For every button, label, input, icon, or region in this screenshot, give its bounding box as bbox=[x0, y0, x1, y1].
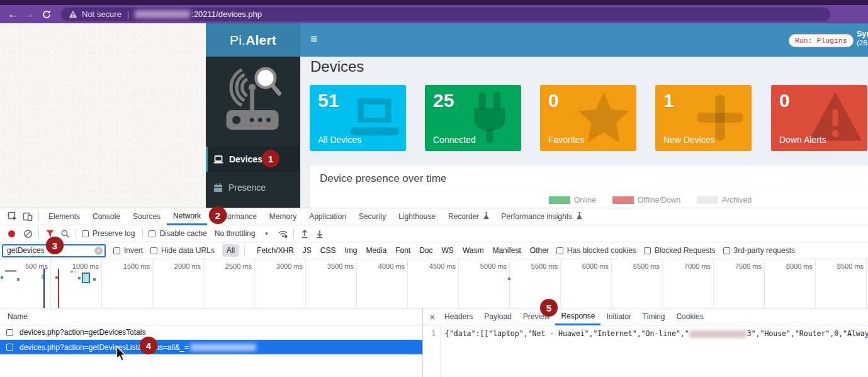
tab-timing[interactable]: Timing bbox=[637, 308, 671, 325]
preserve-log-checkbox[interactable] bbox=[82, 230, 89, 237]
filter-type-wasm[interactable]: Wasm bbox=[463, 246, 484, 255]
card-all-devices-value: 51 bbox=[318, 90, 406, 111]
page-background bbox=[0, 23, 206, 208]
run-plugins-button[interactable]: Run: Plugins bbox=[789, 34, 854, 47]
close-icon[interactable]: × bbox=[426, 312, 439, 322]
preserve-log-label: Preserve log bbox=[93, 229, 135, 238]
page-title: Devices bbox=[310, 58, 364, 76]
header-right-line2: (28, bbox=[857, 38, 868, 47]
tab-payload[interactable]: Payload bbox=[478, 308, 517, 325]
filter-type-font[interactable]: Font bbox=[395, 246, 410, 255]
filter-type-js[interactable]: JS bbox=[303, 246, 312, 255]
request-checkbox[interactable] bbox=[6, 344, 13, 351]
sidebar-item-devices[interactable]: Devices bbox=[206, 147, 300, 172]
filter-type-other[interactable]: Other bbox=[530, 246, 549, 255]
chevron-down-icon[interactable]: ▼ bbox=[264, 231, 269, 237]
card-down-alerts[interactable]: 0 Down Alerts bbox=[771, 85, 867, 151]
tab-performance-insights[interactable]: Performance insights bbox=[495, 208, 578, 225]
tab-memory[interactable]: Memory bbox=[263, 208, 303, 225]
card-new-devices-label: New Devices bbox=[663, 135, 715, 145]
network-conditions-icon[interactable] bbox=[275, 227, 290, 240]
annotation-step-5: 5 bbox=[540, 299, 558, 317]
card-all-devices-label: All Devices bbox=[318, 135, 361, 145]
disable-cache-checkbox[interactable] bbox=[149, 230, 155, 237]
request-row-get-devices-list[interactable]: devices.php?action=getDevicesList&status… bbox=[0, 340, 423, 354]
hide-data-urls-checkbox[interactable] bbox=[150, 247, 157, 254]
back-icon[interactable]: ← bbox=[5, 8, 21, 21]
response-body[interactable]: 1 {"data":[["laptop","Net - Huawei","Int… bbox=[424, 325, 868, 377]
laptop-icon bbox=[213, 155, 223, 164]
blocked-requests-control[interactable]: Blocked Requests bbox=[644, 246, 716, 255]
device-toolbar-icon[interactable] bbox=[20, 210, 35, 223]
legend-archived[interactable]: Archived bbox=[697, 196, 752, 205]
tab-recorder[interactable]: Recorder bbox=[442, 208, 485, 225]
clear-network-log-icon[interactable] bbox=[20, 227, 35, 240]
filter-type-ws[interactable]: WS bbox=[442, 246, 454, 255]
third-party-requests-control[interactable]: 3rd-party requests bbox=[723, 246, 795, 255]
tab-headers[interactable]: Headers bbox=[439, 308, 478, 325]
filter-type-css[interactable]: CSS bbox=[320, 246, 336, 255]
tab-network[interactable]: Network bbox=[167, 208, 207, 225]
filter-type-doc[interactable]: Doc bbox=[419, 246, 432, 255]
legend-online-swatch bbox=[549, 196, 570, 204]
timeline-tick: 3000 ms bbox=[255, 259, 306, 308]
filter-type-manifest[interactable]: Manifest bbox=[492, 246, 521, 255]
hamburger-menu-icon[interactable]: ≡ bbox=[310, 32, 317, 46]
tab-initiator[interactable]: Initiator bbox=[600, 308, 636, 325]
network-overview-timeline[interactable]: 500 ms 1000 ms 1500 ms 2000 ms 2500 ms 3… bbox=[0, 259, 868, 308]
requests-name-column-header[interactable]: Name bbox=[0, 308, 422, 325]
tab-lighthouse[interactable]: Lighthouse bbox=[392, 208, 442, 225]
request-row-get-devices-totals[interactable]: devices.php?action=getDevicesTotals bbox=[0, 325, 423, 340]
inspect-element-icon[interactable] bbox=[5, 210, 20, 223]
legend-online[interactable]: Online bbox=[549, 196, 596, 205]
tab-response[interactable]: Response bbox=[555, 308, 600, 325]
preserve-log-control[interactable]: Preserve log bbox=[82, 229, 135, 238]
third-party-requests-checkbox[interactable] bbox=[723, 247, 730, 254]
waterfall-request-dot bbox=[17, 278, 20, 281]
filter-type-media[interactable]: Media bbox=[366, 246, 386, 255]
timeline-tick: 7000 ms bbox=[663, 259, 714, 308]
blocked-requests-checkbox[interactable] bbox=[644, 247, 651, 254]
clear-filter-icon[interactable]: × bbox=[94, 247, 103, 255]
tab-sources[interactable]: Sources bbox=[127, 208, 167, 225]
card-down-alerts-label: Down Alerts bbox=[779, 135, 826, 145]
tab-cookies[interactable]: Cookies bbox=[670, 308, 709, 325]
forward-icon[interactable]: → bbox=[21, 8, 38, 21]
import-har-icon[interactable] bbox=[297, 227, 312, 240]
sidebar-item-presence[interactable]: Presence bbox=[206, 175, 300, 200]
address-bar[interactable]: Not secure | :20211/devices.php bbox=[61, 8, 830, 21]
filter-type-img[interactable]: Img bbox=[344, 246, 357, 255]
divider bbox=[244, 245, 245, 256]
tab-elements[interactable]: Elements bbox=[42, 208, 86, 225]
card-connected[interactable]: 25 Connected bbox=[425, 85, 521, 151]
tab-application[interactable]: Application bbox=[303, 208, 352, 225]
devtools-panel: Elements Console Sources Network Perform… bbox=[0, 208, 868, 377]
legend-offline-down[interactable]: Offline/Down bbox=[612, 196, 680, 205]
export-har-icon[interactable] bbox=[312, 227, 327, 240]
filter-type-all[interactable]: All bbox=[222, 244, 239, 257]
tab-security[interactable]: Security bbox=[352, 208, 392, 225]
reload-icon[interactable] bbox=[42, 9, 52, 20]
record-network-log-icon[interactable] bbox=[8, 230, 15, 237]
browser-tab-strip bbox=[0, 0, 868, 5]
hide-data-urls-control[interactable]: Hide data URLs bbox=[150, 246, 215, 255]
disable-cache-label: Disable cache bbox=[159, 229, 206, 238]
network-toolbar: Preserve log Disable cache No throttling… bbox=[0, 225, 868, 242]
invert-control[interactable]: Invert bbox=[113, 246, 143, 255]
throttling-select[interactable]: No throttling bbox=[215, 229, 256, 238]
timeline-tick: 5000 ms bbox=[459, 259, 510, 308]
tab-console[interactable]: Console bbox=[86, 208, 127, 225]
timeline-tick: 6000 ms bbox=[561, 259, 612, 308]
invert-checkbox[interactable] bbox=[113, 247, 120, 254]
request-checkbox[interactable] bbox=[6, 329, 13, 336]
has-blocked-cookies-checkbox[interactable] bbox=[556, 247, 563, 254]
card-favorites[interactable]: 0 Favorites bbox=[540, 85, 636, 151]
card-all-devices[interactable]: 51 All Devices bbox=[310, 85, 406, 151]
timeline-tick: 1500 ms bbox=[102, 259, 153, 308]
has-blocked-cookies-control[interactable]: Has blocked cookies bbox=[556, 246, 636, 255]
card-new-devices[interactable]: 1 New Devices bbox=[655, 85, 752, 151]
card-connected-label: Connected bbox=[433, 135, 476, 145]
app-logo-title[interactable]: Pi.Alert bbox=[206, 23, 300, 57]
disable-cache-control[interactable]: Disable cache bbox=[149, 229, 206, 238]
filter-type-fetch-xhr[interactable]: Fetch/XHR bbox=[257, 246, 294, 255]
